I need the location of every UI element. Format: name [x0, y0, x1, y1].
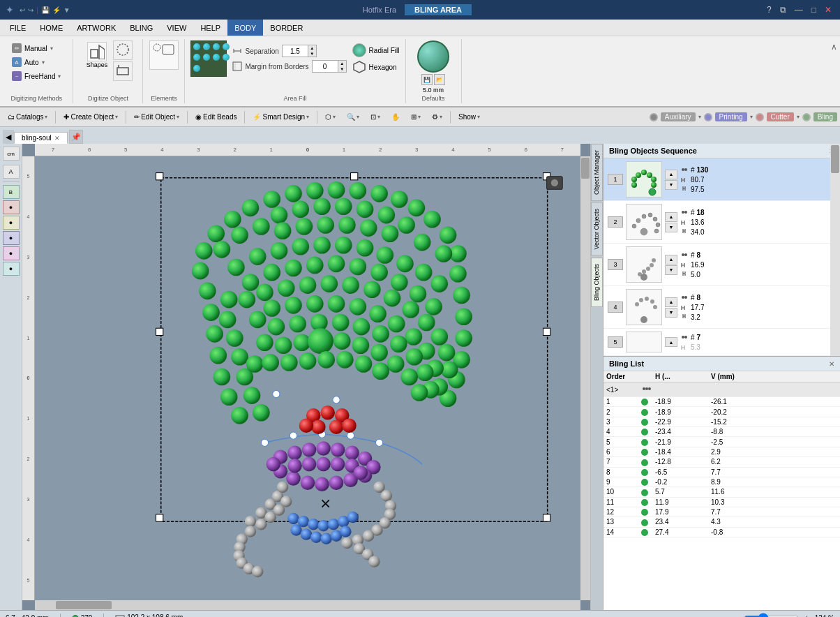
bl-row: 7 -12.8 6.2 [603, 457, 840, 467]
restore-button[interactable]: ⧉ [777, 5, 789, 15]
bling-objects-tab[interactable]: Bling Objects [591, 258, 603, 307]
tab-bling-soul[interactable]: bling-soul ✕ [14, 132, 68, 144]
tab-pin-button[interactable]: 📌 [69, 130, 83, 144]
tool-b[interactable]: B [3, 185, 20, 199]
canvas-inner[interactable] [35, 156, 580, 600]
color-2[interactable]: ● [3, 216, 20, 230]
menu-body[interactable]: BODY [227, 20, 263, 36]
pan-tool[interactable]: ✋ [387, 111, 405, 123]
zoom-in-button[interactable]: + [805, 614, 809, 617]
menu-bling[interactable]: BLING [123, 20, 160, 36]
vector-objects-tab[interactable]: Vector Objects [591, 202, 603, 256]
h-scrollbar-thumb[interactable] [56, 601, 112, 609]
cm-unit-button[interactable]: cm [3, 147, 20, 161]
canvas-scrollbar-v[interactable] [580, 156, 590, 600]
toolbar-icon-3[interactable]: 💾 [41, 6, 50, 14]
search-tool[interactable]: 🔍 ▾ [342, 111, 364, 123]
seq-scrollbar[interactable] [830, 144, 840, 356]
bling-area-button[interactable]: BLING AREA [405, 4, 472, 15]
cutter-badge[interactable]: Cutter [767, 112, 794, 121]
bling-sequence-list[interactable]: 1 [603, 158, 840, 356]
seq-row-2[interactable]: 2 [603, 201, 840, 244]
crop-tool[interactable]: ⊡ ▾ [366, 111, 385, 123]
elements-btn[interactable] [149, 40, 179, 70]
tab-close-button[interactable]: ✕ [54, 135, 60, 142]
element-btn-2[interactable] [113, 61, 133, 81]
zoom-out-button[interactable]: - [735, 614, 737, 617]
margin-spinner[interactable]: ▲ ▼ [312, 60, 347, 73]
selection-tool[interactable]: ⬡ ▾ [320, 111, 340, 123]
separation-down[interactable]: ▼ [308, 51, 316, 57]
seq-move-down-4[interactable]: ▼ [665, 308, 677, 318]
tool-a[interactable]: A [3, 165, 20, 179]
radial-fill-button[interactable]: Radial Fill [352, 43, 400, 57]
seq-row-4[interactable]: 4 [603, 286, 840, 329]
color-3[interactable]: ● [3, 231, 20, 245]
seq-move-up-5[interactable]: ▲ [665, 337, 677, 347]
edit-object-button[interactable]: ✏ Edit Object ▾ [129, 111, 184, 123]
smart-design-button[interactable]: ⚡ Smart Design ▾ [248, 111, 314, 123]
auxiliary-badge[interactable]: Auxiliary [661, 112, 696, 121]
toolbar-icon-5[interactable]: ▼ [63, 6, 70, 14]
margin-input[interactable] [313, 61, 338, 72]
minimize-button[interactable]: — [792, 5, 806, 15]
printing-badge[interactable]: Printing [715, 112, 747, 121]
seq-row-3[interactable]: 3 [603, 244, 840, 286]
element-btn-1[interactable] [113, 40, 133, 60]
ribbon-collapse-button[interactable]: ∧ [831, 42, 837, 52]
edit-beads-button[interactable]: ◉ Edit Beads [190, 111, 241, 123]
catalogs-button[interactable]: 🗂 Catalogs ▾ [3, 111, 52, 123]
grid-tool[interactable]: ⊞ ▾ [406, 111, 426, 123]
seq-move-up-2[interactable]: ▲ [665, 212, 677, 222]
tab-left-scroll[interactable]: ◀ [3, 130, 14, 144]
v-scrollbar-thumb[interactable] [581, 158, 590, 179]
bling-badge[interactable]: Bling [813, 112, 837, 121]
help-button[interactable]: ? [764, 5, 774, 15]
svg-point-33 [242, 200, 260, 217]
defaults-load-button[interactable]: 📂 [434, 74, 445, 85]
margin-down[interactable]: ▼ [338, 66, 346, 72]
auto-button[interactable]: A Auto ▾ [8, 56, 64, 68]
bling-list-close[interactable]: ✕ [829, 360, 834, 368]
settings-tool[interactable]: ⚙ ▾ [427, 111, 447, 123]
seq-move-down-1[interactable]: ▼ [665, 180, 677, 190]
menu-artwork[interactable]: ARTWORK [70, 20, 123, 36]
close-button[interactable]: ✕ [822, 5, 834, 15]
menu-home[interactable]: HOME [33, 20, 70, 36]
canvas-scrollbar-h[interactable] [35, 600, 580, 610]
ribbon-collapse[interactable]: ∧ [828, 39, 840, 103]
seq-row-1[interactable]: 1 [603, 158, 840, 201]
seq-scrollbar-thumb[interactable] [831, 145, 839, 173]
seq-move-up-1[interactable]: ▲ [665, 170, 677, 179]
seq-row-5[interactable]: 5 ▲ # 7 [603, 329, 840, 356]
separation-input[interactable] [283, 45, 308, 57]
menu-view[interactable]: VIEW [160, 20, 193, 36]
shapes-button[interactable]: Shapes [84, 40, 111, 81]
defaults-save-button[interactable]: 💾 [421, 74, 433, 85]
color-4[interactable]: ● [3, 246, 20, 260]
toolbar-icon-4[interactable]: ⚡ [52, 6, 61, 14]
seq-move-down-3[interactable]: ▼ [665, 265, 677, 275]
maximize-button[interactable]: □ [809, 5, 819, 15]
seq-move-up-4[interactable]: ▲ [665, 297, 677, 307]
manual-button[interactable]: ✏ Manual ▾ [8, 42, 64, 54]
toolbar-icon-1[interactable]: ↩ [20, 6, 25, 14]
menu-file[interactable]: FILE [3, 20, 33, 36]
create-object-button[interactable]: ✚ Create Object ▾ [59, 111, 123, 123]
show-button[interactable]: Show ▾ [453, 111, 485, 123]
separation-spinner[interactable]: ▲ ▼ [282, 45, 317, 57]
object-manager-tab[interactable]: Object Manager [591, 144, 603, 201]
color-1[interactable]: ● [3, 200, 20, 214]
margin-up[interactable]: ▲ [338, 61, 346, 66]
seq-move-down-2[interactable]: ▼ [665, 223, 677, 232]
color-5[interactable]: ● [3, 262, 20, 276]
hexagon-button[interactable]: Hexagon [352, 60, 400, 74]
bling-list-rows[interactable]: 1 -18.9 -26.1 2 -18.9 -20.2 3 -22.9 -15.… [603, 397, 840, 610]
separation-up[interactable]: ▲ [308, 45, 316, 51]
menu-help[interactable]: HELP [193, 20, 227, 36]
menu-border[interactable]: BORDER [263, 20, 310, 36]
zoom-slider[interactable] [744, 613, 800, 618]
seq-move-up-3[interactable]: ▲ [665, 255, 677, 265]
toolbar-icon-2[interactable]: ↪ [28, 6, 33, 14]
freehand-button[interactable]: ~ FreeHand ▾ [8, 70, 64, 82]
